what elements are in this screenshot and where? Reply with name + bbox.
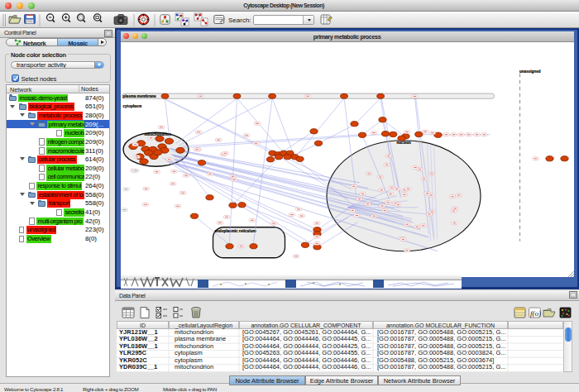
svg-text:cytoplasm: cytoplasm (122, 104, 141, 108)
svg-text:plasma membrane: plasma membrane (122, 93, 156, 98)
svg-text:endoplasmic reticulum: endoplasmic reticulum (214, 228, 256, 232)
svg-text:mitochondrion: mitochondrion (144, 131, 170, 136)
svg-text:o): o) (535, 308, 542, 317)
svg-text:unassigned: unassigned (519, 69, 541, 73)
svg-text:nucleus: nucleus (396, 141, 411, 145)
